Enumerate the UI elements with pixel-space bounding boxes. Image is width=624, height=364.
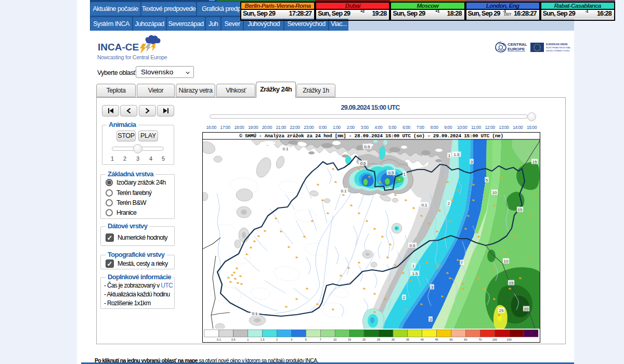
svg-text:1: 1 <box>247 338 249 341</box>
svg-text:1: 1 <box>404 172 406 177</box>
svg-text:1.5: 1.5 <box>412 271 418 276</box>
svg-text:DEVELOPMENT FUND: DEVELOPMENT FUND <box>546 49 570 52</box>
svg-text:70: 70 <box>478 338 482 341</box>
svg-text:100: 100 <box>492 338 497 341</box>
svg-text:10: 10 <box>492 190 497 195</box>
svg-text:2: 2 <box>276 338 278 341</box>
svg-text:0.5: 0.5 <box>360 161 366 166</box>
svg-text:5: 5 <box>305 338 307 341</box>
svg-text:30: 30 <box>392 338 395 341</box>
svg-text:20: 20 <box>362 338 366 341</box>
svg-text:3: 3 <box>291 338 292 341</box>
svg-text:1: 1 <box>448 153 451 158</box>
svg-text:7: 7 <box>461 261 463 265</box>
svg-text:50: 50 <box>449 338 452 341</box>
svg-text:0.5: 0.5 <box>231 338 236 341</box>
svg-text:7: 7 <box>320 338 321 341</box>
svg-text:60: 60 <box>464 338 467 341</box>
svg-text:0.1: 0.1 <box>341 189 347 193</box>
svg-text:25: 25 <box>377 338 380 341</box>
svg-text:5: 5 <box>486 178 488 183</box>
svg-text:1.5: 1.5 <box>453 152 460 157</box>
svg-text:15: 15 <box>532 160 537 164</box>
svg-text:15: 15 <box>348 338 351 341</box>
svg-text:45: 45 <box>435 338 438 341</box>
svg-text:0.1: 0.1 <box>217 338 221 341</box>
svg-text:0.5: 0.5 <box>364 145 370 149</box>
svg-text:2: 2 <box>448 201 450 206</box>
svg-text:EUROPEAN REGIONAL: EUROPEAN REGIONAL <box>546 46 571 49</box>
svg-text:0.1: 0.1 <box>282 147 289 151</box>
svg-text:3: 3 <box>430 317 432 322</box>
svg-text:1: 1 <box>412 264 415 268</box>
svg-text:20: 20 <box>524 307 529 311</box>
svg-text:2: 2 <box>403 295 406 300</box>
svg-text:0.5: 0.5 <box>388 171 394 175</box>
svg-text:EUROPE: EUROPE <box>508 47 525 51</box>
svg-text:3: 3 <box>471 160 473 164</box>
svg-text:0.1: 0.1 <box>421 203 427 207</box>
svg-text:40: 40 <box>421 338 424 341</box>
svg-text:10: 10 <box>504 259 509 264</box>
svg-text:© SHMÚ - Analýza zrážok za 24: © SHMÚ - Analýza zrážok za 24 hod [mm] -… <box>239 133 503 139</box>
svg-text:EUROPEAN UNION: EUROPEAN UNION <box>546 43 567 46</box>
svg-text:15: 15 <box>509 281 514 285</box>
svg-text:0.5: 0.5 <box>409 243 415 248</box>
svg-text:1.5: 1.5 <box>261 338 265 341</box>
svg-text:35: 35 <box>406 338 409 341</box>
svg-text:0.1: 0.1 <box>252 311 258 316</box>
svg-text:3: 3 <box>431 285 434 290</box>
svg-text:10: 10 <box>333 338 336 341</box>
svg-text:200: 200 <box>507 338 512 341</box>
svg-text:15: 15 <box>518 207 523 212</box>
svg-text:25: 25 <box>499 308 504 313</box>
